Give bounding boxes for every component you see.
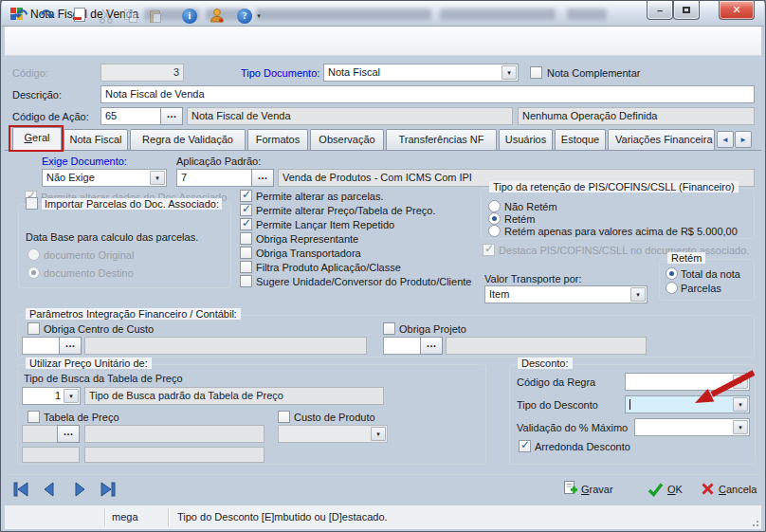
obriga-projeto-label[interactable]: Obriga Projeto [399, 323, 466, 335]
tab-regra-validacao[interactable]: Regra de Validação [130, 129, 246, 150]
custo-produto-label[interactable]: Custo de Produto [294, 412, 375, 423]
tab-nota-fiscal[interactable]: Nota Fiscal [64, 129, 128, 150]
total-da-nota-radio[interactable] [666, 267, 678, 280]
permite-alterar-preco-checkbox[interactable] [240, 204, 252, 216]
nav-first-button[interactable] [9, 479, 33, 500]
minimize-button[interactable]: – [647, 1, 673, 20]
sugere-unidade-label[interactable]: Sugere Unidade/Conversor do Produto/Clie… [256, 276, 471, 287]
user-button[interactable] [204, 4, 228, 28]
tab-observacao[interactable]: Observação [310, 129, 384, 150]
nota-complementar-checkbox[interactable] [530, 66, 542, 79]
tipo-desconto-combo[interactable]: ▾ [625, 395, 750, 413]
tab-scroll-right-button[interactable]: ► [735, 131, 752, 148]
aplicacao-padrao-field[interactable]: 7 [176, 169, 252, 187]
valor-transporte-value: Item [489, 288, 509, 300]
tipo-documento-combo[interactable]: Nota Fiscal▾ [323, 64, 519, 82]
tabela-preco-label[interactable]: Tabela de Preço [44, 412, 119, 423]
parcelas-label[interactable]: Parcelas [681, 283, 721, 294]
projeto-lookup-button[interactable]: … [420, 337, 443, 355]
info-button[interactable]: i [177, 4, 202, 28]
tab-scroll-left-button[interactable]: ◄ [717, 131, 734, 148]
validacao-maximo-combo[interactable]: ▾ [634, 418, 750, 436]
importar-parcelas-checkbox[interactable] [26, 197, 38, 210]
copy-button[interactable] [119, 4, 143, 28]
obriga-projeto-checkbox[interactable] [383, 322, 395, 335]
chevron-down-icon[interactable]: ▾ [502, 65, 517, 80]
permite-alterar-preco-label[interactable]: Permite alterar Preço/Tabela de Preço. [256, 205, 436, 216]
chevron-down-icon[interactable]: ▾ [733, 420, 748, 434]
chevron-down-icon[interactable]: ▾ [150, 171, 165, 185]
tabela-preco-checkbox[interactable] [27, 411, 40, 423]
permite-lancar-item-label[interactable]: Permite Lançar Item Repetido [256, 219, 394, 230]
custo-produto-checkbox[interactable] [278, 411, 290, 423]
resize-grip[interactable] [750, 518, 759, 527]
tab-variacoes-financeira[interactable]: Variações Financeira [608, 129, 715, 150]
sugere-unidade-checkbox[interactable] [240, 275, 252, 287]
maximize-button[interactable] [673, 1, 700, 20]
tab-estoque[interactable]: Estoque [555, 129, 606, 150]
tab-usuarios[interactable]: Usuários [499, 129, 553, 150]
chevron-down-icon[interactable]: ▾ [630, 287, 646, 302]
tipo-busca-combo[interactable]: 1▾ [22, 387, 81, 405]
ok-button[interactable]: OK [644, 478, 686, 500]
chevron-down-icon: ▾ [257, 12, 261, 20]
parcelas-radio[interactable] [666, 282, 678, 294]
aplicacao-padrao-lookup-button[interactable]: … [251, 169, 274, 187]
obriga-transportadora-checkbox[interactable] [240, 247, 252, 259]
exige-documento-combo[interactable]: Não Exige▾ [42, 169, 167, 187]
retem-label[interactable]: Retém [504, 213, 535, 225]
obriga-transportadora-label[interactable]: Obriga Transportadora [256, 248, 361, 259]
total-da-nota-label[interactable]: Total da nota [681, 268, 740, 280]
cancela-label: Cancela [719, 484, 757, 495]
centro-custo-lookup-button[interactable]: … [59, 337, 82, 355]
permite-lancar-item-checkbox[interactable] [240, 218, 252, 230]
obriga-representante-checkbox[interactable] [240, 232, 252, 245]
permite-alterar-parcelas-checkbox[interactable] [240, 190, 252, 202]
importar-parcelas-label[interactable]: Importar Parcelas do Doc. Associado: [42, 198, 222, 210]
tab-geral[interactable]: Geral [12, 127, 62, 151]
nota-complementar-label[interactable]: Nota Complementar [547, 67, 640, 79]
descricao-field[interactable]: Nota Fiscal de Venda [100, 85, 755, 103]
close-button[interactable]: ✕ [719, 1, 755, 20]
nav-next-button[interactable] [67, 479, 92, 500]
nao-retem-radio[interactable] [488, 200, 501, 212]
centro-custo-field[interactable] [22, 337, 60, 355]
codigo-acao-lookup-button[interactable]: … [160, 107, 183, 125]
arredonda-desconto-label[interactable]: Arredonda Desconto [535, 441, 630, 452]
arredonda-desconto-checkbox[interactable] [519, 440, 531, 452]
cancela-button[interactable]: Cancela [697, 478, 760, 500]
nav-last-button[interactable] [96, 479, 120, 500]
chevron-down-icon[interactable]: ▾ [64, 389, 79, 403]
chevron-down-icon[interactable]: ▾ [733, 375, 748, 389]
tipo-busca-label: Tipo de Busca da Tabela de Preço [24, 373, 183, 384]
redo-button[interactable]: ↷ [35, 4, 60, 28]
retem-radio[interactable] [488, 212, 501, 225]
cut-button[interactable] [94, 4, 119, 28]
delete-document-button[interactable] [67, 4, 92, 28]
check-icon [647, 482, 664, 497]
valor-transporte-combo[interactable]: Item▾ [484, 285, 647, 303]
codigo-acao-field[interactable]: 65 [100, 107, 161, 125]
nao-retem-label[interactable]: Não Retém [504, 201, 557, 212]
gravar-button[interactable]: Gravar [558, 478, 617, 500]
retem-apenas-label[interactable]: Retém apenas para valores acima de R$ 5.… [504, 226, 738, 237]
obriga-representante-label[interactable]: Obriga Representante [256, 233, 358, 245]
retem-apenas-radio[interactable] [488, 225, 501, 237]
chevron-down-icon[interactable]: ▾ [733, 397, 748, 412]
filtra-produto-label[interactable]: Filtra Produto Aplicação/Classe [256, 262, 401, 273]
projeto-field[interactable] [383, 337, 421, 355]
tab-formatos[interactable]: Formatos [247, 129, 308, 150]
help-dropdown-button[interactable]: ▾ [253, 4, 264, 28]
nav-previous-button[interactable] [37, 479, 62, 500]
statusbar-separator [168, 508, 169, 526]
nav-next-icon [71, 481, 88, 498]
undo-button[interactable]: ↶ [9, 4, 33, 28]
tab-transferencias-nf[interactable]: Transferências NF [386, 129, 497, 150]
codigo-regra-combo[interactable]: ▾ [625, 373, 750, 391]
permite-alterar-parcelas-label[interactable]: Permite alterar as parcelas. [256, 191, 384, 202]
obriga-centro-custo-label[interactable]: Obriga Centro de Custo [44, 323, 154, 335]
filtra-produto-checkbox[interactable] [240, 261, 252, 273]
tabela-preco-lookup-button[interactable]: … [57, 425, 80, 443]
paste-button[interactable] [143, 4, 168, 28]
obriga-centro-custo-checkbox[interactable] [27, 322, 40, 335]
